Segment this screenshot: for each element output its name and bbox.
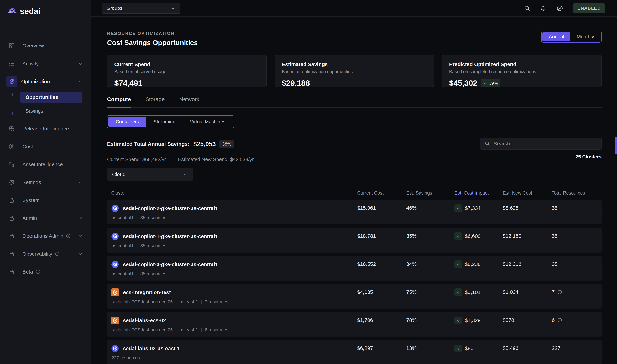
lock-icon — [8, 233, 15, 239]
table-row[interactable]: ecs-integration-test sedai-lab-ECS-test-… — [107, 284, 602, 309]
est-cost-impact-value: $1,329 — [465, 317, 481, 323]
enabled-status-badge: ENABLED — [573, 3, 605, 13]
sidebar-item-label: Beta — [22, 269, 33, 275]
cluster-meta: sedai-lab-ECS-test-acc-dec-05|us-east-1|… — [112, 327, 357, 333]
sidebar: sedai Overview Activity Optimization Opp… — [0, 0, 91, 364]
cost-down-arrow-icon — [455, 232, 462, 240]
table-row[interactable]: sedai-copilot-1-gke-cluster-us-central1 … — [107, 228, 602, 253]
est-savings-value: 78% — [406, 316, 455, 323]
sidebar-item-activity[interactable]: Activity — [0, 55, 91, 73]
table-row[interactable]: sedai-labs-ecs-02 sedai-lab-ECS-test-acc… — [107, 312, 602, 337]
cluster-name: sedai-labs-02-us-east-1 — [123, 346, 180, 351]
sidebar-item-admin[interactable]: Admin — [0, 209, 91, 227]
table-row[interactable]: sedai-copilot-2-gke-cluster-us-central1 … — [107, 200, 602, 224]
sidebar-item-cost[interactable]: Cost — [0, 138, 91, 156]
col-est-savings[interactable]: Est. Savings — [406, 190, 455, 200]
table-row[interactable]: sedai-labs-02-us-east-1 227 resources $6… — [107, 340, 602, 364]
cost-down-arrow-icon — [455, 204, 462, 212]
subtab-containers[interactable]: Containers — [108, 117, 146, 127]
cluster-meta: sedai-lab-ECS-test-acc-dec-05|us-east-1|… — [112, 299, 357, 304]
compute-subtabs: Containers Streaming Virtual Machines — [107, 115, 234, 128]
card-subtitle: Based on completed resource optimization… — [449, 69, 594, 74]
cluster-table: sedai-copilot-2-gke-cluster-us-central1 … — [107, 200, 602, 364]
user-avatar-icon[interactable] — [556, 5, 563, 12]
estimated-new-spend-text: Estimated New Spend: $42,538/yr — [178, 157, 254, 162]
groups-dropdown[interactable]: Groups — [102, 3, 180, 13]
gke-cluster-icon — [111, 204, 119, 212]
est-savings-value: 75% — [406, 288, 455, 295]
est-savings-value: 34% — [406, 260, 455, 267]
chevron-down-icon — [78, 215, 83, 221]
subtab-streaming[interactable]: Streaming — [146, 117, 183, 127]
est-cost-impact-value: $6,600 — [465, 233, 481, 239]
sidebar-item-overview[interactable]: Overview — [0, 37, 91, 55]
card-value: $74,491 — [114, 78, 142, 88]
col-est-cost-impact[interactable]: Est. Cost Impact — [455, 190, 503, 200]
est-new-cost-value: $12,316 — [503, 260, 552, 267]
sidebar-item-observability[interactable]: Observability — [0, 245, 91, 263]
sidebar-item-label: Observability — [22, 251, 52, 257]
gke-cluster-icon — [111, 260, 119, 268]
cluster-search — [480, 138, 602, 150]
sidebar-item-label: Opportunities — [26, 94, 58, 100]
sidebar-item-label: Optimization — [21, 79, 78, 84]
total-resources-value: 35 — [552, 205, 557, 211]
annual-toggle-button[interactable]: Annual — [542, 32, 570, 41]
est-new-cost-value: $12,180 — [503, 232, 552, 239]
sidebar-item-label: Settings — [22, 179, 78, 185]
lock-icon — [8, 251, 15, 257]
search-input[interactable] — [494, 141, 597, 147]
tab-compute[interactable]: Compute — [107, 96, 131, 108]
topbar: Groups ENABLED — [91, 0, 617, 17]
table-row[interactable]: sedai-copilot-3-gke-cluster-us-central1 … — [107, 256, 602, 281]
monthly-toggle-button[interactable]: Monthly — [570, 32, 600, 41]
tab-network[interactable]: Network — [179, 96, 199, 108]
chevron-down-icon — [78, 180, 83, 185]
search-icon[interactable] — [524, 5, 530, 11]
est-savings-value: 35% — [406, 232, 455, 239]
optimization-subnav: Opportunities Savings — [0, 91, 91, 117]
clusters-count: 25 Clusters — [480, 154, 602, 160]
brand: sedai — [0, 5, 91, 16]
page-header: RESOURCE OPTIMIZATION Cost Savings Oppor… — [107, 31, 602, 47]
sidebar-item-label: Overview — [22, 43, 83, 49]
sidebar-item-asset-intelligence[interactable]: Asset Intelligence — [0, 156, 91, 173]
est-savings-value: 46% — [406, 204, 455, 211]
sedai-logo-icon — [7, 6, 17, 16]
total-resources-value: 35 — [552, 261, 557, 267]
bell-icon[interactable] — [540, 5, 546, 11]
total-resources-value: 7 — [552, 289, 555, 295]
delta-value: 39% — [489, 80, 498, 86]
est-cost-impact-value: $801 — [465, 345, 476, 351]
sidebar-item-beta[interactable]: Beta — [0, 263, 91, 281]
cloud-filter-value: Cloud — [112, 171, 183, 177]
card-subtitle: Based on observed usage — [114, 69, 259, 74]
search-icon — [485, 141, 490, 146]
sidebar-item-operations-admin[interactable]: Operations Admin — [0, 227, 91, 245]
col-current-cost[interactable]: Current Cost — [357, 190, 406, 200]
col-cluster[interactable]: Cluster — [111, 190, 357, 200]
tab-storage[interactable]: Storage — [146, 96, 165, 108]
sidebar-item-release-intelligence[interactable]: Release Intelligence — [0, 120, 91, 138]
sidebar-item-label: Admin — [22, 215, 78, 221]
est-cost-impact-value: $3,101 — [465, 289, 481, 295]
sidebar-item-optimization[interactable]: Optimization — [0, 73, 91, 91]
col-label: Est. Cost Impact — [455, 190, 489, 196]
stat-cards: Current Spend Based on observed usage $7… — [107, 55, 602, 87]
predicted-optimized-spend-card: Predicted Optimized Spend Based on compl… — [442, 55, 602, 87]
savings-percent-badge: 38% — [219, 140, 234, 148]
sidebar-item-settings[interactable]: Settings — [0, 173, 91, 191]
sidebar-item-opportunities[interactable]: Opportunities — [20, 91, 82, 103]
info-icon[interactable] — [557, 318, 562, 323]
col-est-new-cost[interactable]: Est. New Cost — [503, 190, 552, 200]
col-total-resources[interactable]: Total Resources — [552, 190, 597, 200]
cloud-filter-dropdown[interactable]: Cloud — [107, 168, 193, 181]
sidebar-item-savings[interactable]: Savings — [20, 105, 82, 117]
subtab-virtual-machines[interactable]: Virtual Machines — [183, 117, 233, 127]
sidebar-item-label: Activity — [22, 61, 78, 66]
page-scrollbar-thumb[interactable] — [615, 137, 617, 154]
sidebar-item-system[interactable]: System — [0, 191, 91, 209]
card-title: Estimated Savings — [282, 61, 427, 67]
chevron-down-icon — [78, 233, 83, 239]
info-icon[interactable] — [557, 289, 562, 295]
